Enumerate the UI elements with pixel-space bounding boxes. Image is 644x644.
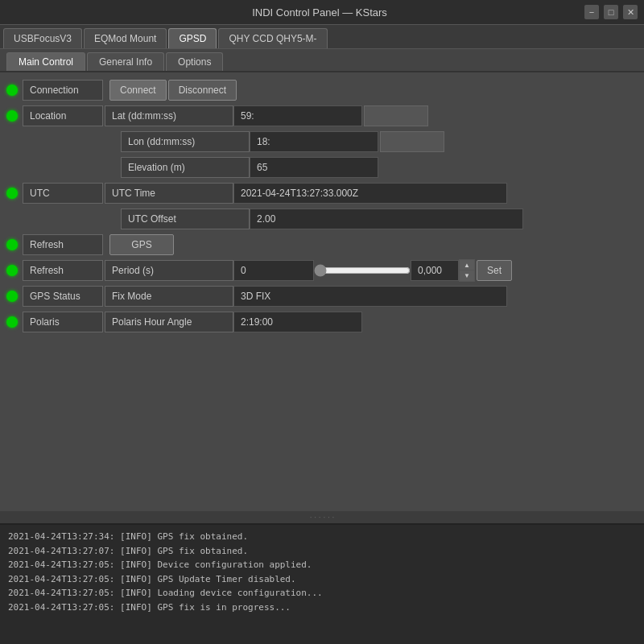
refresh1-indicator (6, 239, 18, 250)
divider: · · · · · · (0, 511, 644, 523)
lon-value: 18: (250, 131, 378, 152)
connection-label: Connection (23, 80, 103, 101)
tab-usbfocus[interactable]: USBFocusV3 (3, 28, 82, 48)
period-max-value: 0,000 (411, 260, 459, 281)
log-entry-2: 2021-04-24T13:27:05: [INFO] Device confi… (8, 558, 636, 572)
location-label: Location (23, 105, 103, 126)
lat-value: 59: (233, 105, 362, 126)
period-input-value: 0 (233, 260, 314, 281)
refresh-period-row: Refresh Period (s) 0 0,000 ▲ ▼ Set (6, 259, 638, 282)
sub-tabs: Main Control General Info Options (0, 49, 644, 72)
title-bar: INDI Control Panel — KStars − □ ✕ (0, 0, 644, 25)
spin-up-button[interactable]: ▲ (460, 260, 474, 270)
log-entry-3: 2021-04-24T13:27:05: [INFO] GPS Update T… (8, 572, 636, 587)
connection-row: Connection Connect Disconnect (6, 79, 638, 101)
disconnect-button[interactable]: Disconnect (168, 80, 237, 101)
tab-qhy[interactable]: QHY CCD QHY5-M- (218, 28, 327, 48)
refresh1-label: Refresh (23, 234, 103, 255)
tab-eqmod[interactable]: EQMod Mount (84, 28, 167, 48)
log-entry-4: 2021-04-24T13:27:05: [INFO] Loading devi… (8, 586, 636, 601)
connect-button[interactable]: Connect (109, 80, 167, 101)
window-title: INDI Control Panel — KStars (55, 6, 584, 19)
polaris-label: Polaris (23, 312, 103, 332)
tab-general-info[interactable]: General Info (87, 52, 164, 71)
period-sublabel: Period (s) (105, 260, 233, 281)
period-slider[interactable] (314, 264, 411, 277)
spin-down-button[interactable]: ▼ (460, 270, 474, 281)
period-spinner: ▲ ▼ (459, 259, 475, 282)
lat-sublabel: Lat (dd:mm:ss) (105, 105, 233, 126)
utc-time-value: 2021-04-24T13:27:33.000Z (233, 183, 507, 204)
gps-status-indicator (6, 291, 18, 302)
polaris-indicator (6, 316, 18, 328)
elevation-value: 65 (250, 157, 378, 178)
tab-options[interactable]: Options (166, 52, 223, 71)
utc-offset-sublabel: UTC Offset (121, 208, 250, 229)
connection-indicator (6, 85, 18, 96)
log-entry-1: 2021-04-24T13:27:07: [INFO] GPS fix obta… (8, 544, 636, 559)
log-entry-5: 2021-04-24T13:27:05: [INFO] GPS fix is i… (8, 601, 636, 615)
tab-gpsd[interactable]: GPSD (168, 28, 217, 48)
utc-time-sublabel: UTC Time (105, 183, 233, 204)
refresh2-label: Refresh (23, 260, 103, 281)
polaris-angle-value: 2:19:00 (233, 312, 362, 332)
gps-status-row: GPS Status Fix Mode 3D FIX (6, 285, 638, 308)
location-lat-row: Location Lat (dd:mm:ss) 59: (6, 105, 638, 127)
refresh-gps-row: Refresh GPS (6, 233, 638, 256)
fix-mode-sublabel: Fix Mode (105, 286, 233, 307)
location-lon-row: Lon (dd:mm:ss) 18: (23, 130, 638, 153)
polaris-angle-sublabel: Polaris Hour Angle (105, 312, 233, 332)
device-tabs: USBFocusV3 EQMod Mount GPSD QHY CCD QHY5… (0, 25, 644, 49)
fix-mode-value: 3D FIX (233, 286, 507, 307)
utc-time-row: UTC UTC Time 2021-04-24T13:27:33.000Z (6, 182, 638, 204)
location-indicator (6, 110, 18, 122)
utc-label: UTC (23, 183, 103, 204)
maximize-button[interactable]: □ (604, 5, 618, 19)
location-elevation-row: Elevation (m) 65 (23, 156, 638, 179)
set-button[interactable]: Set (477, 260, 512, 281)
utc-offset-value: 2.00 (250, 208, 523, 229)
refresh2-indicator (6, 265, 18, 276)
period-slider-container (314, 264, 411, 277)
lon-sublabel: Lon (dd:mm:ss) (121, 131, 250, 152)
polaris-row: Polaris Polaris Hour Angle 2:19:00 (6, 311, 638, 333)
gps-button[interactable]: GPS (109, 234, 174, 255)
tab-main-control[interactable]: Main Control (6, 52, 85, 71)
log-entry-0: 2021-04-24T13:27:34: [INFO] GPS fix obta… (8, 530, 636, 544)
utc-offset-row: UTC Offset 2.00 (23, 208, 638, 230)
gps-status-label: GPS Status (23, 286, 103, 307)
elevation-sublabel: Elevation (m) (121, 157, 250, 178)
log-area[interactable]: 2021-04-24T13:27:34: [INFO] GPS fix obta… (0, 523, 644, 644)
utc-indicator (6, 188, 18, 199)
window-controls: − □ ✕ (584, 5, 638, 19)
close-button[interactable]: ✕ (623, 5, 638, 19)
minimize-button[interactable]: − (584, 5, 599, 19)
main-content: Connection Connect Disconnect Location L… (0, 72, 644, 511)
